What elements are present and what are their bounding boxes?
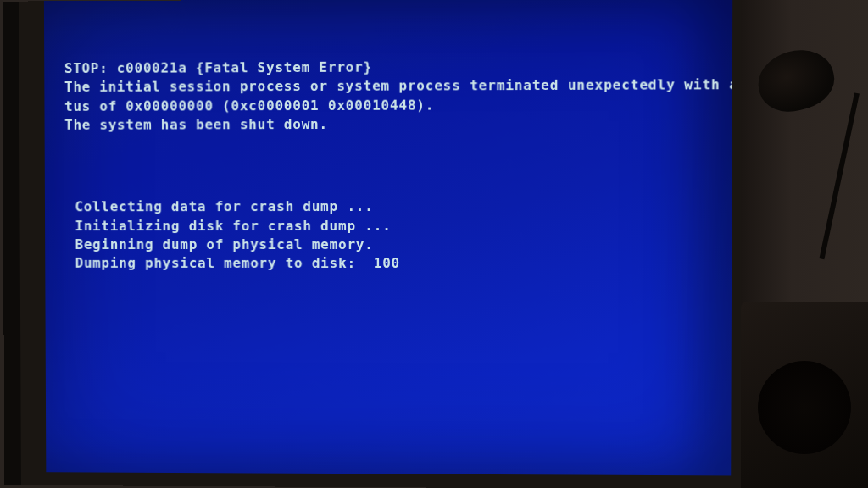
monitor-frame: STOP: c000021a {Fatal System Error} The …	[3, 0, 750, 488]
bsod-init-disk: Initializing disk for crash dump ...	[75, 217, 392, 233]
bsod-stop-code: STOP: c000021a {Fatal System Error}	[64, 58, 372, 75]
bsod-msg-line-1: The initial session process or system pr…	[64, 76, 732, 95]
desk-lamp-arm	[819, 92, 859, 259]
bsod-msg-line-2: tus of 0x00000000 (0xc0000001 0x00010448…	[64, 97, 434, 114]
bsod-dump-block: Collecting data for crash dump ... Initi…	[65, 197, 721, 274]
bsod-beginning-dump: Beginning dump of physical memory.	[75, 236, 374, 252]
room-background	[741, 0, 868, 488]
bsod-dumping-progress: Dumping physical memory to disk: 100	[75, 255, 400, 271]
bsod-screen: STOP: c000021a {Fatal System Error} The …	[44, 0, 732, 475]
desk-lamp-shade	[751, 42, 840, 119]
bsod-error-block: STOP: c000021a {Fatal System Error} The …	[64, 57, 721, 136]
bsod-collecting: Collecting data for crash dump ...	[75, 198, 373, 214]
desk-speaker	[741, 302, 868, 488]
bsod-msg-line-3: The system has been shut down.	[64, 116, 328, 133]
